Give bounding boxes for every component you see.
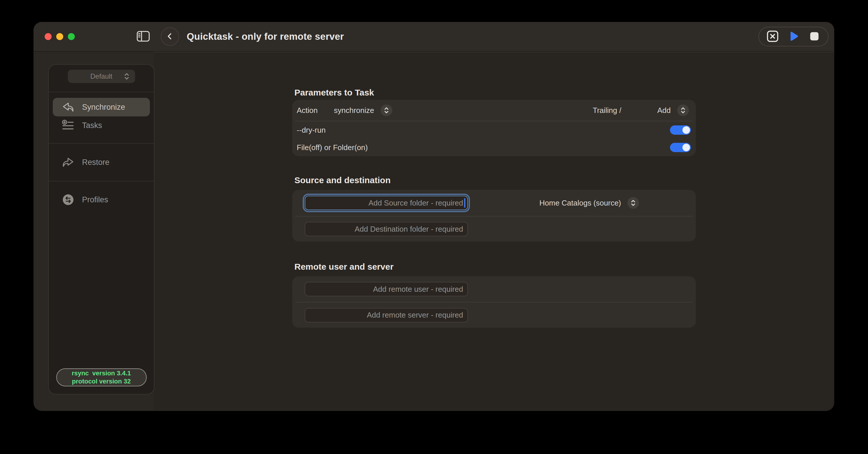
stop-icon <box>808 30 821 44</box>
main-content: Parameters to Task Action synchronize <box>154 52 834 410</box>
sidebar-item-label: Synchronize <box>82 103 125 112</box>
trailing-slash-popup[interactable]: Add <box>657 105 688 116</box>
sidebar-item-profiles[interactable]: Profiles <box>53 191 150 208</box>
window-title: Quicktask - only for remote server <box>187 31 344 42</box>
sidebar-item-label: Profiles <box>82 195 108 204</box>
close-window-button[interactable] <box>44 33 52 40</box>
list-badge-plus-icon <box>60 120 76 131</box>
trailing-slash-popup-value: Add <box>657 106 671 115</box>
abort-button[interactable] <box>766 30 779 43</box>
chevron-up-down-icon <box>123 72 130 81</box>
rsync-version-line1: rsync version 3.4.1 <box>72 369 131 377</box>
traffic-lights <box>44 33 75 40</box>
action-popup-value: synchronize <box>334 106 374 115</box>
remote-user-input[interactable] <box>305 282 468 296</box>
sidebar-item-restore[interactable]: Restore <box>53 154 150 171</box>
arrow-turn-backward-icon <box>60 102 76 113</box>
source-folder-input[interactable] <box>305 196 468 210</box>
trailing-slash-label: Trailing / <box>593 106 622 115</box>
sidebar-item-label: Restore <box>82 158 110 167</box>
zoom-window-button[interactable] <box>68 33 75 40</box>
dry-run-toggle[interactable] <box>670 125 691 135</box>
sidebar-item-tasks[interactable]: Tasks <box>53 117 150 134</box>
chevron-up-down-icon <box>381 105 392 116</box>
arrow-turn-forward-icon <box>60 157 76 168</box>
minimize-window-button[interactable] <box>56 33 63 40</box>
action-popup[interactable]: synchronize <box>334 105 392 116</box>
sidebar-item-label: Tasks <box>82 121 102 130</box>
arrows-left-right-circle-icon <box>60 194 76 205</box>
text-cursor <box>464 198 465 207</box>
sidebar-item-synchronize[interactable]: Synchronize <box>53 98 150 116</box>
titlebar: Quicktask - only for remote server <box>34 22 834 52</box>
sidebar-column: Default <box>34 52 154 410</box>
catalogs-popup-value: Home Catalogs (source) <box>539 199 621 207</box>
desktop: Quicktask - only for remote server <box>0 0 868 454</box>
chevron-up-down-icon <box>627 197 639 209</box>
action-label: Action <box>297 106 318 115</box>
section-title-parameters: Parameters to Task <box>294 87 696 98</box>
file-or-folder-toggle[interactable] <box>670 143 691 152</box>
toggle-knob <box>682 144 690 151</box>
catalogs-popup[interactable]: Home Catalogs (source) <box>539 197 639 209</box>
rsync-version-line2: protocol version 32 <box>72 377 131 386</box>
parameters-card: Action synchronize <box>292 100 696 156</box>
app-window: Quicktask - only for remote server <box>34 22 834 411</box>
chevron-up-down-icon <box>677 105 689 116</box>
section-title-source: Source and destination <box>294 175 696 186</box>
profile-select-value: Default <box>90 72 112 80</box>
rsync-version-badge: rsync version 3.4.1 protocol version 32 <box>56 368 147 386</box>
remote-card <box>292 276 696 328</box>
x-square-icon <box>766 30 779 44</box>
sidebar-icon <box>136 31 150 43</box>
play-icon <box>787 30 800 44</box>
sidebar: Default <box>48 64 155 395</box>
toggle-knob <box>682 126 690 134</box>
toolbar-group <box>758 27 829 47</box>
file-or-folder-label: File(off) or Folder(on) <box>297 143 368 152</box>
stop-button[interactable] <box>808 30 821 43</box>
profile-select[interactable]: Default <box>68 70 135 83</box>
run-button[interactable] <box>787 30 800 43</box>
source-destination-card: Home Catalogs (source) <box>292 190 696 242</box>
back-button[interactable] <box>161 27 179 46</box>
remote-server-input[interactable] <box>305 308 468 322</box>
sidebar-toggle-button[interactable] <box>136 30 150 43</box>
destination-folder-input[interactable] <box>305 222 468 236</box>
section-title-remote: Remote user and server <box>294 261 696 272</box>
chevron-left-icon <box>165 32 174 41</box>
dry-run-label: --dry-run <box>297 126 326 135</box>
